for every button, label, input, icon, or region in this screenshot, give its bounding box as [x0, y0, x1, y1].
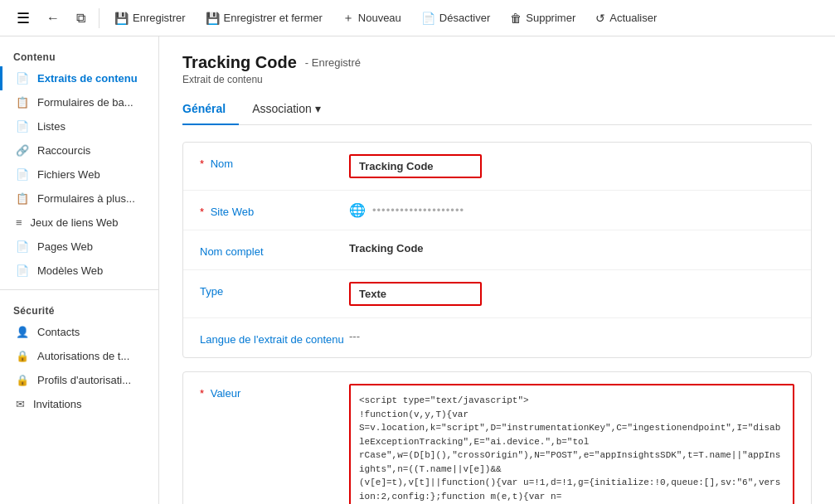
contacts-icon: 👤 — [16, 326, 29, 338]
langue-label: Langue de l'extrait de contenu — [200, 330, 349, 346]
separator-1 — [99, 8, 100, 28]
jeux-icon: ≡ — [16, 216, 22, 229]
nom-complet-row: Nom complet Tracking Code — [183, 230, 811, 270]
nom-label: * Nom — [200, 154, 349, 170]
site-web-row: * Site Web 🌐 •••••••••••••••••••• — [183, 191, 811, 230]
securite-section-title: Sécurité — [0, 297, 158, 320]
page-title: Tracking Code — [182, 53, 297, 72]
sidebar-item-label: Extraits de contenu — [37, 72, 138, 85]
refresh-button[interactable]: ↺ Actualiser — [587, 7, 665, 29]
delete-icon: 🗑 — [510, 12, 522, 25]
sidebar-item-fichiers[interactable]: 📄 Fichiers Web — [0, 162, 158, 187]
refresh-icon: ↺ — [595, 12, 605, 25]
sidebar-item-profils[interactable]: 🔒 Profils d'autorisati... — [0, 368, 158, 392]
site-web-masked: •••••••••••••••••••• — [372, 204, 464, 216]
restore-button[interactable]: ⧉ — [70, 7, 92, 29]
valeur-required-star: * — [200, 387, 204, 400]
fichiers-icon: 📄 — [16, 168, 29, 181]
formulaires-plus-icon: 📋 — [16, 192, 29, 205]
form-section: * Nom Tracking Code * Site Web 🌐 •••••••… — [182, 142, 812, 358]
tab-association-label: Association ▾ — [252, 102, 321, 115]
tab-association[interactable]: Association ▾ — [239, 95, 334, 125]
page-status: - Enregistré — [305, 56, 361, 69]
pages-icon: 📄 — [16, 240, 29, 253]
listes-icon: 📄 — [16, 120, 29, 133]
langue-value: --- — [349, 330, 794, 342]
sidebar-item-pages[interactable]: 📄 Pages Web — [0, 235, 158, 259]
site-web-value-container: 🌐 •••••••••••••••••••• — [349, 202, 794, 218]
main-layout: Contenu 📄 Extraits de contenu 📋 Formulai… — [0, 36, 835, 504]
sidebar-item-label: Profils d'autorisati... — [37, 374, 131, 386]
modeles-icon: 📄 — [16, 264, 29, 277]
new-button[interactable]: ＋ Nouveau — [334, 7, 410, 30]
profils-icon: 🔒 — [16, 374, 29, 386]
type-row: Type Texte — [183, 270, 811, 318]
save-button[interactable]: 💾 Enregistrer — [106, 7, 194, 29]
nom-complet-value: Tracking Code — [349, 242, 794, 254]
sidebar-item-label: Formulaires à plus... — [37, 192, 135, 205]
autorisations-icon: 🔒 — [16, 350, 29, 362]
sidebar-item-label: Listes — [37, 120, 66, 133]
sidebar-item-label: Jeux de liens Web — [31, 216, 119, 229]
sidebar-item-label: Contacts — [37, 326, 80, 338]
tabs: Général Association ▾ — [182, 95, 812, 125]
sidebar-item-label: Modèles Web — [37, 264, 103, 277]
save-close-icon: 💾 — [206, 12, 220, 25]
invitations-icon: ✉ — [16, 398, 25, 410]
nom-complet-label: Nom complet — [200, 242, 349, 258]
site-web-label: * Site Web — [200, 202, 349, 218]
back-button[interactable]: ← — [40, 7, 66, 29]
nom-complet-text: Tracking Code — [349, 239, 424, 254]
content-area: Tracking Code - Enregistré Extrait de co… — [159, 36, 835, 504]
raccourcis-icon: 🔗 — [16, 144, 29, 157]
sidebar-item-listes[interactable]: 📄 Listes — [0, 114, 158, 138]
langue-text: --- — [349, 327, 360, 342]
new-icon: ＋ — [342, 11, 354, 26]
contenu-section-title: Contenu — [0, 43, 158, 66]
type-input[interactable]: Texte — [349, 282, 482, 306]
sidebar-item-label: Fichiers Web — [37, 168, 100, 181]
nom-required-star: * — [200, 158, 204, 170]
sidebar-item-label: Pages Web — [37, 240, 93, 253]
sidebar-item-extraits[interactable]: 📄 Extraits de contenu — [0, 66, 158, 90]
page-subtitle: Extrait de contenu — [182, 74, 812, 85]
type-value-container: Texte — [349, 282, 794, 306]
sidebar-item-label: Autorisations de t... — [37, 350, 129, 362]
page-header: Tracking Code - Enregistré Extrait de co… — [182, 53, 812, 85]
chevron-down-icon: ▾ — [315, 102, 321, 115]
deactivate-button[interactable]: 📄 Désactiver — [413, 7, 498, 29]
sidebar-item-formulaires-plus[interactable]: 📋 Formulaires à plus... — [0, 187, 158, 211]
sidebar-item-modeles[interactable]: 📄 Modèles Web — [0, 259, 158, 283]
langue-row: Langue de l'extrait de contenu --- — [183, 318, 811, 357]
sidebar-item-autorisations[interactable]: 🔒 Autorisations de t... — [0, 344, 158, 368]
sidebar-item-label: Formulaires de ba... — [37, 96, 134, 109]
hamburger-menu[interactable]: ☰ — [10, 6, 36, 31]
sidebar-item-invitations[interactable]: ✉ Invitations — [0, 392, 158, 416]
valeur-label: * Valeur — [200, 384, 349, 400]
sidebar-item-formulaires-ba[interactable]: 📋 Formulaires de ba... — [0, 90, 158, 114]
deactivate-icon: 📄 — [421, 12, 435, 25]
nom-value-container: Tracking Code — [349, 154, 794, 178]
valeur-section: * Valeur <script type="text/javascript">… — [182, 371, 812, 504]
valeur-code-container: <script type="text/javascript"> !functio… — [349, 384, 794, 504]
sidebar-item-raccourcis[interactable]: 🔗 Raccourcis — [0, 138, 158, 162]
formulaires-ba-icon: 📋 — [16, 96, 29, 109]
site-web-required-star: * — [200, 206, 204, 218]
tab-general[interactable]: Général — [182, 95, 239, 125]
page-title-row: Tracking Code - Enregistré — [182, 53, 812, 72]
valeur-row: * Valeur <script type="text/javascript">… — [183, 372, 811, 504]
sidebar-item-contacts[interactable]: 👤 Contacts — [0, 320, 158, 344]
nom-row: * Nom Tracking Code — [183, 143, 811, 191]
sidebar: Contenu 📄 Extraits de contenu 📋 Formulai… — [0, 36, 159, 504]
tab-general-label: Général — [182, 102, 226, 115]
sidebar-item-label: Raccourcis — [37, 144, 90, 157]
sidebar-item-jeux[interactable]: ≡ Jeux de liens Web — [0, 211, 158, 235]
nom-input[interactable]: Tracking Code — [349, 154, 482, 178]
globe-icon: 🌐 — [349, 202, 366, 218]
save-close-button[interactable]: 💾 Enregistrer et fermer — [197, 7, 331, 29]
valeur-code[interactable]: <script type="text/javascript"> !functio… — [349, 384, 794, 504]
type-label: Type — [200, 282, 349, 298]
sidebar-divider — [0, 289, 158, 290]
extraits-icon: 📄 — [16, 72, 29, 85]
delete-button[interactable]: 🗑 Supprimer — [502, 7, 584, 29]
